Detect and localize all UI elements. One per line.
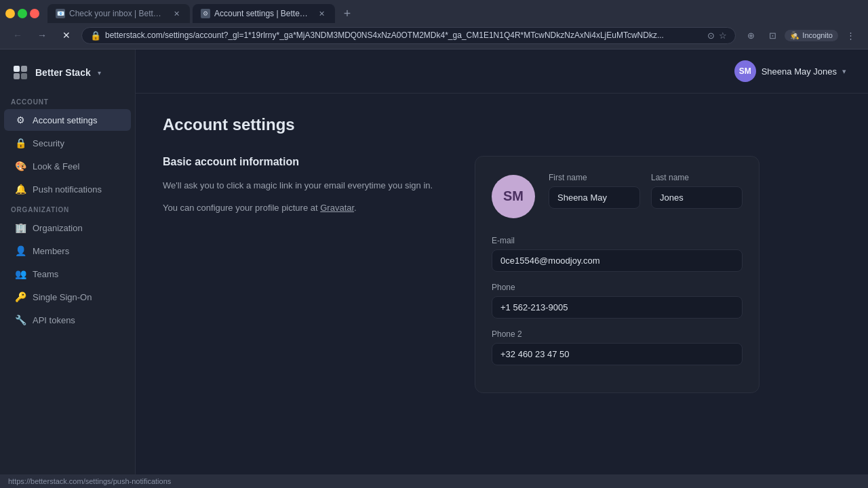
- sidebar-item-look-feel-label: Look & Feel: [33, 161, 79, 171]
- tab-title-2: Account settings | Better Stack: [214, 9, 309, 18]
- minimize-button[interactable]: [5, 9, 15, 18]
- tab-favicon-1: 📧: [56, 9, 65, 18]
- sidebar-item-members[interactable]: 👤 Members: [4, 240, 131, 262]
- svg-rect-3: [21, 73, 27, 79]
- last-name-group: Last name: [651, 173, 743, 209]
- sidebar-item-organization-label: Organization: [33, 223, 83, 233]
- look-feel-icon: 🎨: [15, 161, 26, 171]
- sidebar-item-members-label: Members: [33, 246, 69, 256]
- url-bar[interactable]: 🔒 betterstack.com/settings/account?_gl=1…: [81, 27, 736, 44]
- page-title: Account settings: [163, 115, 760, 134]
- tab-close-1[interactable]: ✕: [171, 8, 182, 19]
- first-name-group: First name: [549, 173, 640, 209]
- basic-info-desc2: You can configure your profile picture a…: [163, 201, 448, 216]
- url-text: betterstack.com/settings/account?_gl=1*1…: [105, 30, 703, 40]
- gravatar-link[interactable]: Gravatar: [320, 203, 354, 213]
- section-title: Basic account information: [163, 156, 448, 168]
- organization-section-label: ORGANIZATION: [0, 201, 135, 216]
- tab-close-2[interactable]: ✕: [316, 8, 327, 19]
- user-avatar: SM: [734, 60, 756, 82]
- sidebar-item-account-settings[interactable]: ⚙ Account settings: [4, 109, 131, 131]
- sidebar-item-security-label: Security: [33, 138, 64, 148]
- reader-mode-icon[interactable]: ⊙: [707, 30, 715, 41]
- last-name-input[interactable]: [651, 186, 743, 209]
- menu-button[interactable]: ⋮: [841, 26, 860, 45]
- window-controls: [5, 9, 39, 18]
- user-chevron-icon: ▾: [842, 67, 846, 76]
- sidebar-item-account-settings-label: Account settings: [33, 115, 97, 125]
- avatar-initials: SM: [503, 188, 524, 204]
- teams-icon: 👥: [15, 268, 26, 279]
- back-button[interactable]: ←: [8, 26, 27, 45]
- main-header: SM Sheena May Jones ▾: [136, 49, 868, 94]
- phone-input[interactable]: [492, 296, 743, 319]
- account-settings-icon: ⚙: [15, 115, 26, 125]
- reload-button[interactable]: ✕: [57, 26, 76, 45]
- phone-group: Phone: [492, 283, 743, 319]
- incognito-icon: 🕵: [790, 31, 800, 40]
- new-tab-button[interactable]: +: [338, 4, 357, 23]
- incognito-label: Incognito: [802, 31, 833, 39]
- logo-chevron-icon: ▾: [98, 69, 101, 77]
- email-group: E-mail: [492, 236, 743, 272]
- last-name-label: Last name: [651, 173, 743, 182]
- push-notifications-icon: 🔔: [15, 184, 26, 195]
- phone-label: Phone: [492, 283, 743, 292]
- email-input[interactable]: [492, 249, 743, 272]
- api-tokens-icon: 🔧: [15, 314, 26, 325]
- phone2-group: Phone 2: [492, 329, 743, 365]
- svg-rect-2: [14, 73, 20, 79]
- profile-button[interactable]: ⊡: [763, 26, 782, 45]
- basic-info-section: Basic account information We'll ask you …: [163, 156, 448, 224]
- incognito-badge: 🕵 Incognito: [785, 30, 838, 41]
- tab-check-inbox[interactable]: 📧 Check your inbox | Better Stack ✕: [47, 4, 190, 23]
- maximize-button[interactable]: [18, 9, 27, 18]
- profile-avatar: SM: [492, 175, 535, 218]
- basic-info-desc1: We'll ask you to click a magic link in y…: [163, 179, 448, 193]
- browser-chrome: 📧 Check your inbox | Better Stack ✕ ⚙ Ac…: [0, 0, 868, 49]
- sidebar-item-push-notifications[interactable]: 🔔 Push notifications: [4, 178, 131, 200]
- better-stack-logo-icon: [11, 63, 30, 82]
- tab-account-settings[interactable]: ⚙ Account settings | Better Stack ✕: [193, 4, 335, 23]
- sso-icon: 🔑: [15, 291, 26, 302]
- logo-text: Better Stack: [35, 67, 91, 78]
- avatar-row: SM First name Last name: [492, 173, 743, 220]
- sidebar-item-single-sign-on[interactable]: 🔑 Single Sign-On: [4, 286, 131, 308]
- user-name: Sheena May Jones: [762, 66, 837, 77]
- sidebar-item-look-feel[interactable]: 🎨 Look & Feel: [4, 155, 131, 177]
- tab-favicon-2: ⚙: [201, 9, 210, 18]
- lock-icon: 🔒: [90, 30, 101, 41]
- members-icon: 👤: [15, 245, 26, 256]
- url-action-icons: ⊙ ☆: [707, 30, 727, 41]
- sidebar-item-security[interactable]: 🔒 Security: [4, 132, 131, 154]
- account-section-label: ACCOUNT: [0, 93, 135, 108]
- email-label: E-mail: [492, 236, 743, 245]
- address-bar: ← → ✕ 🔒 betterstack.com/settings/account…: [0, 23, 868, 49]
- svg-rect-1: [21, 66, 27, 72]
- svg-rect-0: [14, 66, 20, 72]
- browser-actions: ⊕ ⊡ 🕵 Incognito ⋮: [741, 26, 860, 45]
- app-layout: Better Stack ▾ ACCOUNT ⚙ Account setting…: [0, 49, 868, 488]
- tab-bar: 📧 Check your inbox | Better Stack ✕ ⚙ Ac…: [0, 0, 868, 23]
- organization-icon: 🏢: [15, 222, 26, 233]
- bookmark-icon[interactable]: ☆: [719, 30, 727, 41]
- extensions-button[interactable]: ⊕: [741, 26, 760, 45]
- content-area: Account settings Basic account informati…: [136, 94, 787, 415]
- user-menu[interactable]: SM Sheena May Jones ▾: [729, 58, 852, 85]
- sidebar-item-teams[interactable]: 👥 Teams: [4, 263, 131, 285]
- security-icon: 🔒: [15, 138, 26, 148]
- sidebar-item-api-tokens[interactable]: 🔧 API tokens: [4, 309, 131, 331]
- phone2-input[interactable]: [492, 343, 743, 365]
- first-name-label: First name: [549, 173, 640, 182]
- sidebar-logo[interactable]: Better Stack ▾: [0, 58, 135, 93]
- sidebar-item-api-tokens-label: API tokens: [33, 315, 75, 325]
- content-grid: Basic account information We'll ask you …: [163, 156, 760, 393]
- close-button[interactable]: [30, 9, 39, 18]
- phone2-label: Phone 2: [492, 329, 743, 339]
- forward-button[interactable]: →: [33, 26, 52, 45]
- sidebar-item-organization[interactable]: 🏢 Organization: [4, 217, 131, 239]
- sidebar: Better Stack ▾ ACCOUNT ⚙ Account setting…: [0, 49, 136, 488]
- status-bar: https://betterstack.com/settings/push-no…: [0, 474, 868, 488]
- sidebar-item-teams-label: Teams: [33, 269, 58, 279]
- first-name-input[interactable]: [549, 186, 640, 209]
